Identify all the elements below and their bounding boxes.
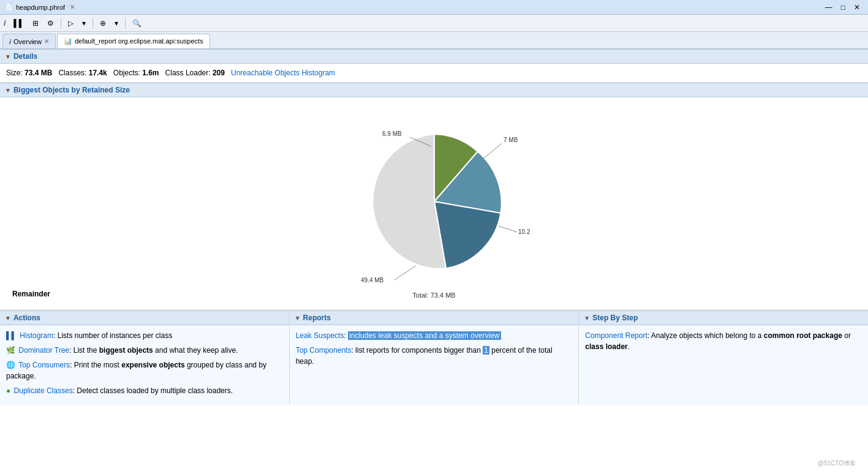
title-bar-text: heapdump.phrof	[16, 4, 65, 11]
tab-default-report-label: default_report org.eclipse.mat.api:suspe…	[75, 37, 203, 45]
pie-chart-svg: 6.9 MB 7 MB 10.2 MB 49.4 MB	[336, 110, 532, 287]
toolbar: i ▌▌ ⊞ ⚙ ▷ ▾ ⊕ ▾ 🔍	[0, 15, 868, 32]
pie-label-text-4: 49.4 MB	[361, 277, 384, 284]
reports-content: Leak Suspects: includes leak suspects an…	[290, 325, 579, 375]
dominator-bold: biggest objects	[99, 346, 153, 355]
action-duplicate-classes: ● Duplicate Classes: Detect classes load…	[6, 385, 283, 396]
title-tab-close[interactable]: ✕	[70, 4, 75, 10]
title-bar-left: 📄 heapdump.phrof ✕	[5, 3, 75, 11]
component-report-bold1: common root package	[764, 331, 842, 340]
title-bar-controls: — □ ✕	[822, 1, 863, 13]
component-report-bold2: class loader	[585, 342, 627, 351]
minimize-button[interactable]: —	[822, 1, 836, 13]
component-report-desc: : Analyze objects which belong to a	[647, 331, 764, 340]
reports-section-header[interactable]: ▼ Reports	[290, 310, 579, 325]
details-section-header[interactable]: ▼ Details	[0, 49, 868, 64]
top-components-desc: : list reports for components bigger tha…	[351, 346, 483, 355]
title-bar-icon: 📄	[5, 3, 13, 11]
reports-panel: ▼ Reports Leak Suspects: includes leak s…	[290, 310, 579, 405]
top-consumers-bold: expensive objects	[121, 361, 184, 369]
component-report-or: or	[842, 331, 851, 340]
tab-overview-label: Overview	[13, 38, 42, 45]
step-content: Component Report: Analyze objects which …	[579, 325, 868, 361]
title-bar: 📄 heapdump.phrof ✕ — □ ✕	[0, 0, 868, 15]
step-component-report: Component Report: Analyze objects which …	[585, 330, 862, 352]
reports-header-label: Reports	[303, 314, 331, 322]
top-consumers-icon: 🌐	[6, 361, 15, 369]
chart-section: 6.9 MB 7 MB 10.2 MB 49.4 MB Total: 73.4 …	[0, 97, 868, 310]
details-header-label: Details	[13, 52, 37, 61]
size-label: Size:	[6, 69, 23, 77]
unreachable-objects-link[interactable]: Unreachable Objects Histogram	[231, 69, 335, 77]
toolbar-separator-3	[125, 18, 126, 29]
toolbar-separator-2	[92, 18, 93, 29]
pie-label-line-2	[483, 143, 502, 159]
tab-overview-icon: i	[9, 38, 11, 45]
pie-label-text-1: 6.9 MB	[382, 130, 402, 137]
classloader-value: 209	[213, 69, 225, 77]
biggest-objects-arrow: ▼	[5, 87, 11, 94]
pie-label-line-3	[499, 226, 517, 232]
close-window-button[interactable]: ✕	[851, 1, 863, 13]
dominator-link[interactable]: Dominator Tree	[18, 346, 69, 355]
leak-suspects-link[interactable]: Leak Suspects	[296, 331, 344, 340]
toolbar-add-button[interactable]: ⊕	[97, 17, 109, 29]
tab-overview[interactable]: i Overview ✕	[2, 34, 56, 48]
classes-value: 17.4k	[89, 69, 107, 77]
toolbar-objects-button[interactable]: ⊞	[29, 17, 42, 29]
action-top-consumers: 🌐 Top Consumers: Print the most expensiv…	[6, 359, 283, 382]
tab-overview-close[interactable]: ✕	[44, 38, 49, 45]
histogram-icon: ▌▌	[6, 331, 17, 340]
actions-panel: ▼ Actions ▌▌ Histogram: Lists number of …	[0, 310, 290, 405]
report-top-components: Top Components: list reports for compone…	[296, 345, 573, 367]
pie-label-text-3: 10.2 MB	[518, 228, 532, 235]
duplicate-classes-icon: ●	[6, 386, 10, 395]
actions-section-header[interactable]: ▼ Actions	[0, 310, 289, 325]
step-header-label: Step By Step	[592, 314, 638, 322]
toolbar-search-button[interactable]: 🔍	[129, 17, 145, 29]
top-consumers-desc: : Print the most	[70, 361, 121, 369]
action-histogram: ▌▌ Histogram: Lists number of instances …	[6, 330, 283, 341]
toolbar-run-button[interactable]: ▷	[65, 17, 77, 29]
component-report-link[interactable]: Component Report	[585, 331, 647, 340]
pie-container: 6.9 MB 7 MB 10.2 MB 49.4 MB Total: 73.4 …	[336, 110, 532, 281]
classes-label: Classes:	[58, 69, 86, 77]
pie-area: 6.9 MB 7 MB 10.2 MB 49.4 MB Total: 73.4 …	[6, 103, 862, 287]
dominator-icon: 🌿	[6, 346, 15, 355]
top-components-link[interactable]: Top Components	[296, 346, 352, 355]
dominator-desc: : List the	[69, 346, 99, 355]
tab-report-icon: 📊	[64, 37, 72, 45]
histogram-link[interactable]: Histogram	[20, 331, 53, 340]
step-arrow: ▼	[584, 315, 590, 322]
pie-label-line-4	[394, 266, 416, 280]
top-components-highlight: 1	[483, 346, 489, 355]
details-arrow: ▼	[5, 53, 11, 60]
classloader-label: Class Loader:	[165, 69, 211, 77]
duplicate-classes-desc: : Detect classes loaded by multiple clas…	[73, 386, 233, 395]
biggest-objects-section-header[interactable]: ▼ Biggest Objects by Retained Size	[0, 83, 868, 97]
actions-content: ▌▌ Histogram: Lists number of instances …	[0, 325, 289, 405]
top-consumers-link[interactable]: Top Consumers	[18, 361, 70, 369]
pie-total-label: Total: 73.4 MB	[336, 292, 532, 299]
objects-label: Objects:	[113, 69, 140, 77]
maximize-button[interactable]: □	[838, 1, 848, 13]
toolbar-separator-1	[61, 18, 61, 29]
duplicate-classes-link[interactable]: Duplicate Classes	[14, 386, 73, 395]
tab-default-report[interactable]: 📊 default_report org.eclipse.mat.api:sus…	[57, 34, 210, 48]
toolbar-add-dropdown-button[interactable]: ▾	[111, 17, 121, 29]
toolbar-settings-button[interactable]: ⚙	[44, 17, 57, 29]
component-report-end: .	[628, 342, 630, 351]
actions-arrow: ▼	[5, 315, 11, 322]
leak-suspects-highlight: includes leak suspects and a system over…	[348, 331, 500, 340]
reports-arrow: ▼	[295, 315, 301, 322]
pie-label-text-2: 7 MB	[504, 137, 518, 143]
dominator-desc2: and what they keep alive.	[153, 346, 238, 355]
biggest-objects-header-label: Biggest Objects by Retained Size	[13, 86, 130, 94]
report-leak-suspects: Leak Suspects: includes leak suspects an…	[296, 330, 573, 341]
toolbar-histogram-button[interactable]: ▌▌	[10, 17, 27, 29]
step-by-step-panel: ▼ Step By Step Component Report: Analyze…	[579, 310, 868, 405]
step-section-header[interactable]: ▼ Step By Step	[579, 310, 868, 325]
toolbar-dropdown-button[interactable]: ▾	[79, 17, 89, 29]
details-content: Size: 73.4 MB Classes: 17.4k Objects: 1.…	[0, 64, 868, 83]
objects-value: 1.6m	[142, 69, 159, 77]
